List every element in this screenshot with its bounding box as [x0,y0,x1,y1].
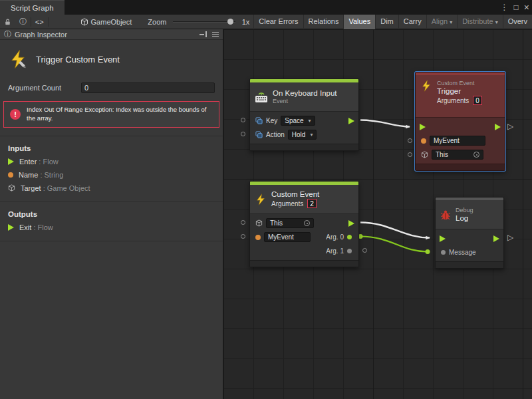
flow-input-port[interactable] [420,124,426,130]
overview-button[interactable]: Overv [503,15,532,29]
node-supertitle: Debug [456,207,473,213]
node-header: Custom Event Trigger Arguments 0 [416,75,505,118]
dim-button[interactable]: Dim [375,15,398,29]
target-object-field[interactable]: This [266,218,314,228]
input-port-target: Target : Game Object [0,182,223,195]
window-controls: ⋮ □ × [501,0,529,15]
align-button[interactable]: Align▾ [426,15,457,29]
code-view-icon[interactable]: <> [31,15,48,29]
event-name-input[interactable] [264,232,311,242]
panel-menu-icon[interactable] [212,32,219,33]
error-text: Index Out Of Range Exception: Index was … [27,106,213,123]
wire-arguments-to-debug [360,223,430,238]
flow-port-row [436,231,503,245]
event-name-input[interactable] [430,136,485,146]
action-value-port[interactable] [241,132,245,136]
wire-end-dot [426,249,430,254]
close-icon[interactable]: × [524,2,529,13]
input-port-name: Name : String [0,168,223,182]
flow-port-row [416,120,505,134]
key-label: Key [266,117,277,124]
values-button[interactable]: Values [343,15,375,29]
flow-input-port[interactable] [440,235,446,242]
key-value-port[interactable] [241,118,245,122]
target-value: This [436,151,448,158]
gameobject-label: GameObject [91,18,132,26]
zoom-value: 1x [238,15,254,29]
flow-continuation-icon: ▷ [507,233,513,241]
gameobject-cube-icon [421,151,428,158]
carry-button[interactable]: Carry [398,15,426,29]
zoom-label: Zoom [144,15,170,29]
tab-script-graph[interactable]: Script Graph [0,0,65,15]
message-row: Message [436,245,503,259]
distribute-button[interactable]: Distribute▾ [457,15,502,29]
node-title: Custom Event [271,190,319,198]
flow-continuation-icon: ▷ [507,122,513,130]
node-title: Trigger [437,87,482,95]
object-picker-icon[interactable] [473,152,479,158]
arg1-output-port[interactable] [347,249,352,253]
node-on-keyboard-input[interactable]: On Keyboard Input Event Key Space ▾ Acti… [249,78,359,151]
window-menu-icon[interactable]: ⋮ [501,3,509,12]
gameobject-cube-icon [8,184,15,192]
node-trigger-custom-event[interactable]: Custom Event Trigger Arguments 0 [415,72,505,171]
object-picker-icon[interactable] [304,220,310,226]
string-port-icon [255,235,261,240]
info-toggle-icon[interactable]: ⓘ [15,15,31,29]
node-custom-event[interactable]: Custom Event Arguments 2 This [249,181,359,267]
node-debug-log[interactable]: Debug Log Message [435,197,504,269]
graph-canvas[interactable]: On Keyboard Input Event Key Space ▾ Acti… [223,29,532,399]
error-message-box: ! Index Out Of Range Exception: Index wa… [3,101,219,128]
arg1-port[interactable] [362,248,367,253]
inspector-header: ⓘ Graph Inspector [0,29,223,40]
node-footer [436,261,503,268]
flow-output-port[interactable] [348,118,354,124]
arguments-count-badge: 0 [473,96,482,105]
selected-unit-header: Trigger Custom Event [0,40,223,81]
node-footer [250,144,358,150]
clear-errors-button[interactable]: Clear Errors [253,15,303,29]
node-footer [416,164,505,170]
message-label: Message [449,249,476,256]
flow-arrow-icon [8,224,14,231]
port-type: Flow [38,223,53,231]
dock-icon[interactable] [200,31,207,37]
event-name-row [416,134,505,148]
outputs-section-header: Outputs [0,205,223,221]
arguments-name-port[interactable] [241,234,245,239]
relations-button[interactable]: Relations [303,15,344,29]
graph-inspector-panel: ⓘ Graph Inspector Trigger Custom Event A… [0,29,223,399]
gameobject-selector[interactable]: GameObject [76,15,136,29]
arguments-target-port[interactable] [241,220,245,225]
arg0-output-port[interactable] [347,235,352,239]
trigger-name-port[interactable] [408,138,412,143]
flow-output-port[interactable] [493,235,499,242]
key-port-row: Key Space ▾ [250,114,358,128]
trigger-target-port[interactable] [408,152,412,157]
argument-count-input[interactable] [81,82,215,93]
lock-icon[interactable] [0,15,15,29]
toolbar-separator [48,17,49,27]
zoom-slider-knob[interactable] [227,19,233,25]
wire-keyboard-to-trigger [360,120,410,127]
action-dropdown[interactable]: Hold ▾ [288,130,317,140]
arguments-label: Arguments [271,200,303,207]
unit-title: Trigger Custom Event [36,55,120,65]
maximize-icon[interactable]: □ [514,3,519,12]
port-type: Flow [43,158,58,166]
flow-output-port[interactable] [495,124,501,130]
chevron-down-icon: ▾ [450,19,452,25]
output-port-exit: Exit : Flow [0,221,223,234]
arguments-count-badge: 2 [307,199,317,208]
key-dropdown[interactable]: Space ▾ [281,116,315,126]
zoom-slider[interactable] [173,15,235,29]
graph-toolbar: ⓘ <> GameObject Zoom 1x Clear Errors Rel… [0,15,532,29]
wire-arg0-to-message [360,237,428,252]
message-input-port[interactable] [441,250,446,255]
target-value: This [270,219,283,227]
node-header: Custom Event Arguments 2 [250,185,358,214]
flow-output-port[interactable] [348,220,354,227]
zoom-slider-track [173,21,235,23]
target-object-field[interactable]: This [432,150,483,160]
